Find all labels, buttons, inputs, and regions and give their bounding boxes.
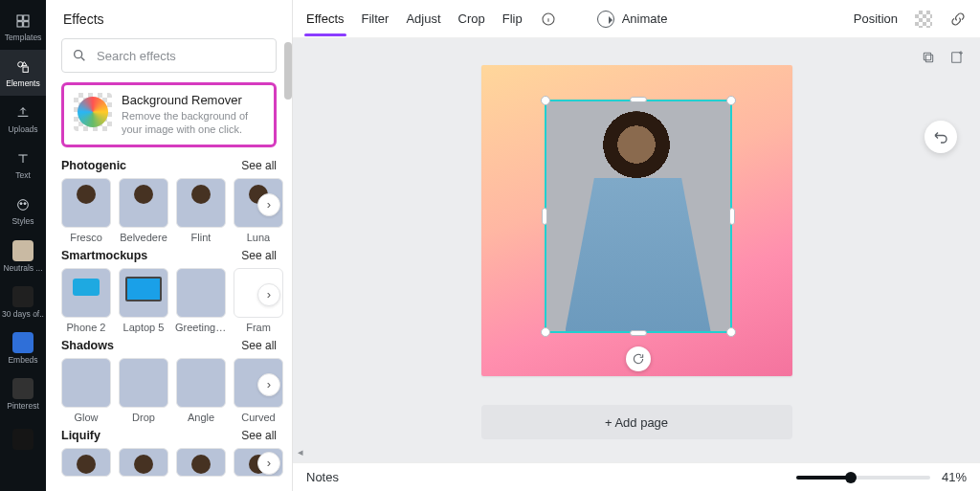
see-all-smartmockups[interactable]: See all bbox=[241, 249, 277, 262]
rail-app-embeds[interactable]: Embeds bbox=[0, 325, 46, 371]
rail-uploads[interactable]: Uploads bbox=[0, 96, 46, 142]
svg-point-9 bbox=[75, 51, 82, 58]
scroll-next-button[interactable]: › bbox=[257, 283, 280, 306]
svg-point-6 bbox=[18, 200, 29, 211]
effect-tile[interactable]: Glow bbox=[61, 358, 111, 423]
notes-button[interactable]: Notes bbox=[306, 470, 339, 484]
rail-label: Neutrals ... bbox=[3, 263, 42, 273]
add-page-button[interactable]: + Add page bbox=[481, 405, 792, 439]
rail-app-pinterest[interactable]: Pinterest bbox=[0, 371, 46, 417]
effect-tile[interactable] bbox=[119, 448, 168, 477]
zoom-slider-fill bbox=[796, 476, 851, 480]
selection-frame bbox=[545, 100, 732, 333]
svg-rect-2 bbox=[17, 22, 22, 27]
toolbar-effects[interactable]: Effects bbox=[306, 2, 345, 35]
search-effects[interactable] bbox=[61, 38, 277, 73]
see-all-shadows[interactable]: See all bbox=[241, 339, 277, 352]
section-title-photogenic: Photogenic bbox=[61, 159, 126, 172]
effect-tile[interactable]: Angle bbox=[176, 358, 226, 423]
effect-tile[interactable] bbox=[61, 448, 111, 477]
svg-rect-3 bbox=[24, 22, 29, 27]
resize-edge-top[interactable] bbox=[630, 97, 647, 102]
rail-app-30days[interactable]: 30 days of... bbox=[0, 279, 46, 325]
rail-label: Uploads bbox=[8, 124, 37, 134]
section-row-smartmockups: Phone 2 Laptop 5 Greeting car... Fram › bbox=[61, 268, 277, 333]
rotate-handle[interactable] bbox=[626, 346, 651, 371]
svg-rect-0 bbox=[17, 15, 22, 20]
zoom-value[interactable]: 41% bbox=[942, 470, 967, 484]
background-remover-card[interactable]: Background Remover Remove the background… bbox=[61, 82, 277, 147]
info-icon[interactable] bbox=[540, 11, 557, 28]
hscroll-left-icon[interactable]: ◂ bbox=[298, 446, 303, 458]
toolbar-animate[interactable]: Animate bbox=[597, 11, 668, 28]
effect-tile[interactable]: Laptop 5 bbox=[119, 268, 168, 333]
link-icon[interactable] bbox=[949, 11, 967, 28]
rail-label: Templates bbox=[5, 33, 42, 42]
zoom-slider[interactable] bbox=[796, 476, 930, 480]
svg-point-7 bbox=[20, 203, 22, 205]
app-thumb bbox=[12, 286, 33, 307]
effect-tile[interactable]: Drop bbox=[119, 358, 168, 423]
duplicate-page-icon[interactable] bbox=[919, 48, 938, 67]
effect-tile[interactable]: Phone 2 bbox=[61, 268, 111, 333]
toolbar-position[interactable]: Position bbox=[854, 2, 898, 35]
resize-edge-right[interactable] bbox=[729, 208, 735, 225]
selected-image[interactable] bbox=[546, 101, 730, 331]
add-page-icon[interactable] bbox=[947, 48, 967, 67]
transparency-icon[interactable] bbox=[915, 11, 932, 28]
toolbar-adjust[interactable]: Adjust bbox=[406, 2, 440, 35]
bottom-bar: Notes 41% bbox=[293, 462, 980, 491]
editor-toolbar: Effects Filter Adjust Crop Flip Animate … bbox=[293, 0, 980, 38]
rail-templates[interactable]: Templates bbox=[0, 4, 46, 50]
scroll-next-button[interactable]: › bbox=[257, 452, 280, 475]
toolbar-crop[interactable]: Crop bbox=[458, 2, 485, 35]
effect-tile[interactable]: Fresco bbox=[61, 178, 111, 243]
search-icon bbox=[72, 48, 87, 63]
rail-label: Text bbox=[15, 170, 31, 180]
svg-rect-11 bbox=[925, 55, 932, 61]
rail-app-more[interactable] bbox=[0, 417, 46, 463]
rail-label: 30 days of... bbox=[2, 309, 44, 319]
scroll-next-button[interactable]: › bbox=[257, 373, 280, 396]
undo-fab[interactable] bbox=[924, 121, 957, 153]
canvas-stage[interactable]: ⌃ + Add page ◂ bbox=[293, 38, 980, 462]
section-row-photogenic: Fresco Belvedere Flint Luna › bbox=[61, 178, 277, 243]
scroll-next-button[interactable]: › bbox=[257, 193, 280, 216]
rail-label: Elements bbox=[6, 78, 39, 88]
rail-text[interactable]: Text bbox=[0, 142, 46, 188]
resize-edge-left[interactable] bbox=[542, 208, 547, 225]
bg-remover-desc: Remove the background of your image with… bbox=[122, 109, 264, 137]
rail-elements[interactable]: Elements bbox=[0, 50, 46, 96]
zoom-slider-knob[interactable] bbox=[845, 472, 857, 483]
app-thumb bbox=[12, 332, 33, 353]
resize-handle-tl[interactable] bbox=[541, 96, 550, 105]
bg-remover-icon bbox=[74, 93, 112, 131]
effect-tile[interactable]: Belvedere bbox=[119, 178, 168, 243]
uploads-icon bbox=[13, 103, 33, 123]
see-all-photogenic[interactable]: See all bbox=[241, 159, 277, 172]
left-nav-rail: Templates Elements Uploads Text Styles N… bbox=[0, 0, 46, 491]
app-thumb bbox=[12, 378, 33, 399]
svg-rect-13 bbox=[952, 53, 961, 63]
section-row-shadows: Glow Drop Angle Curved › bbox=[61, 358, 277, 423]
see-all-liquify[interactable]: See all bbox=[241, 429, 277, 442]
effect-tile[interactable] bbox=[176, 448, 226, 477]
panel-scrollbar[interactable] bbox=[284, 42, 292, 100]
rail-label: Embeds bbox=[8, 355, 37, 365]
resize-edge-bottom[interactable] bbox=[630, 330, 647, 336]
effect-tile[interactable]: Flint bbox=[176, 178, 226, 243]
rail-styles[interactable]: Styles bbox=[0, 188, 46, 234]
app-thumb bbox=[12, 429, 33, 450]
artboard[interactable] bbox=[481, 65, 792, 376]
search-input[interactable] bbox=[95, 48, 266, 64]
svg-rect-12 bbox=[924, 53, 930, 59]
resize-handle-bl[interactable] bbox=[541, 327, 550, 337]
resize-handle-br[interactable] bbox=[726, 327, 736, 337]
text-icon bbox=[13, 149, 33, 168]
resize-handle-tr[interactable] bbox=[726, 96, 736, 105]
rail-app-neutrals[interactable]: Neutrals ... bbox=[0, 234, 46, 279]
effect-tile[interactable]: Greeting car... bbox=[176, 268, 226, 333]
elements-icon bbox=[13, 57, 33, 77]
toolbar-flip[interactable]: Flip bbox=[502, 2, 523, 35]
toolbar-filter[interactable]: Filter bbox=[362, 2, 390, 35]
